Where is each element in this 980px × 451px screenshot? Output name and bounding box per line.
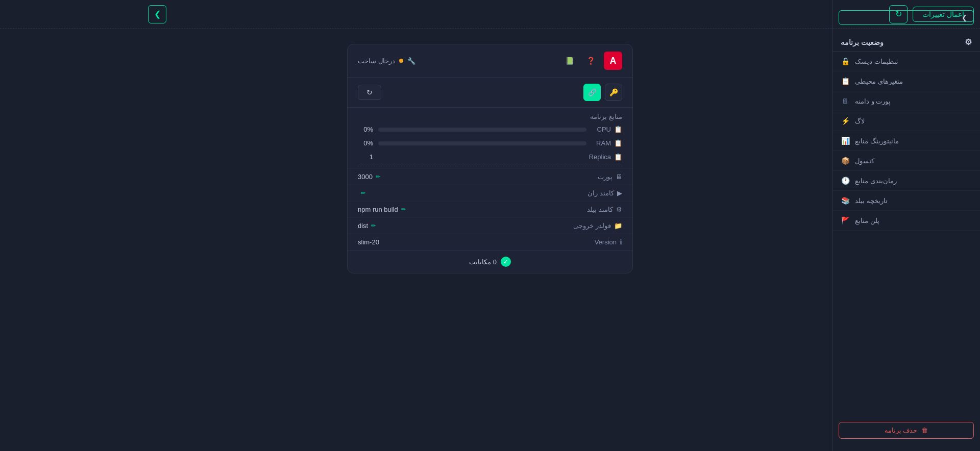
port-value-container: ✏ 3000: [358, 173, 571, 181]
book-icon[interactable]: 📗: [561, 53, 577, 69]
output-folder-label-text: فولدر خروجی: [573, 222, 611, 230]
divider-1: [358, 166, 622, 166]
sidebar-item-label: پورت و دامنه: [855, 97, 891, 105]
cpu-value: 0%: [358, 126, 373, 133]
refresh-button[interactable]: ↻: [889, 5, 908, 23]
sidebar-item-1[interactable]: متغیرهای محیطی 📋: [832, 71, 980, 91]
build-command-row: ⚙ کامند بیلد ✏ npm run build: [348, 201, 632, 217]
ram-copy-icon[interactable]: 📋: [614, 139, 622, 147]
arrow-right-button[interactable]: ❯: [148, 5, 166, 23]
cpu-label: 📋 CPU: [592, 126, 622, 133]
status-text: درحال ساخت: [358, 57, 395, 65]
version-row: ℹ Version 20-slim: [348, 234, 632, 250]
app-status: 🔧 درحال ساخت: [358, 57, 415, 65]
arrow-icon: ❯: [154, 9, 161, 19]
sidebar-item-icon: 🚩: [841, 216, 850, 225]
key-icon: 🔑: [609, 88, 618, 96]
sidebar-item-icon: 📊: [841, 136, 850, 145]
sidebar-item-label: متغیرهای محیطی: [855, 78, 903, 85]
sidebar-item-label: پلن منابع: [855, 217, 879, 224]
sidebar-item-icon: 📦: [841, 156, 850, 165]
sidebar-item-label: تاریخچه بیلد: [855, 197, 888, 205]
wrench-icon: 🔧: [407, 57, 415, 65]
output-folder-label: 📁 فولدر خروجی: [573, 222, 622, 230]
sidebar-item-6[interactable]: زمان‌بندی منابع 🕐: [832, 171, 980, 191]
cpu-row: 📋 CPU 0%: [348, 122, 632, 136]
question-icon[interactable]: ❓: [582, 53, 599, 69]
cpu-label-text: CPU: [597, 126, 611, 133]
build-command-value-container: ✏ npm run build: [358, 206, 571, 213]
sidebar-item-3[interactable]: لاگ ⚡: [832, 111, 980, 131]
delete-label: حذف برنامه: [885, 427, 918, 434]
output-folder-row: 📁 فولدر خروجی ✏ dist: [348, 217, 632, 234]
sidebar-item-2[interactable]: پورت و دامنه 🖥: [832, 91, 980, 111]
apply-changes-button[interactable]: اعمال تغییرات: [913, 7, 974, 22]
link-button[interactable]: 🔗: [583, 84, 601, 101]
port-label-text: پورت: [598, 173, 612, 181]
run-edit-icon[interactable]: ✏: [361, 190, 365, 196]
status-dot: [399, 59, 403, 63]
sidebar-item-8[interactable]: پلن منابع 🚩: [832, 211, 980, 231]
section-title-text: وضعیت برنامه: [841, 38, 884, 46]
delete-app-button[interactable]: 🗑 حذف برنامه: [839, 422, 974, 439]
port-icon: 🖥: [616, 173, 622, 181]
sidebar-bottom: 🗑 حذف برنامه: [832, 416, 980, 445]
folder-edit-icon[interactable]: ✏: [371, 222, 376, 229]
cpu-copy-icon[interactable]: 📋: [614, 126, 622, 133]
port-edit-icon[interactable]: ✏: [376, 173, 380, 180]
sidebar-item-7[interactable]: تاریخچه بیلد 📚: [832, 191, 980, 211]
run-command-value-container: ✏: [358, 190, 571, 196]
run-command-label: ▶ کامند ران: [576, 189, 622, 197]
delete-icon: 🗑: [921, 427, 928, 434]
right-sidebar: ❯ ⚙ وضعیت برنامه تنظیمات دیسک 🔒 متغیرهای…: [832, 0, 980, 451]
resources-header: منابع برنامه: [348, 108, 632, 122]
reload-button[interactable]: ↻: [358, 85, 381, 100]
ram-label: 📋 RAM: [592, 139, 622, 147]
output-folder-value-container: ✏ dist: [358, 222, 568, 230]
run-command-row: ▶ کامند ران ✏: [348, 185, 632, 201]
port-value: 3000: [358, 173, 373, 181]
ram-value: 0%: [358, 139, 373, 147]
sidebar-item-icon: 📋: [841, 77, 850, 86]
run-command-label-text: کامند ران: [587, 189, 614, 197]
top-toolbar: اعمال تغییرات ↻ ❯: [0, 0, 980, 29]
version-label: ℹ Version: [576, 238, 622, 246]
ram-label-text: RAM: [596, 139, 611, 147]
settings-icon[interactable]: ⚙: [965, 37, 972, 47]
bottom-text: 0 مکابایت: [469, 258, 497, 266]
build-command-label: ⚙ کامند بیلد: [576, 206, 622, 213]
sidebar-item-4[interactable]: مانیتورینگ منابع 📊: [832, 131, 980, 151]
sidebar-item-0[interactable]: تنظیمات دیسک 🔒: [832, 52, 980, 71]
main-area: A ❓ 📗 🔧 درحال ساخت 🔑 🔗 ↻: [148, 29, 832, 451]
replica-label-text: Replica: [589, 153, 611, 161]
key-button[interactable]: 🔑: [605, 84, 622, 101]
sidebar-item-label: زمان‌بندی منابع: [855, 177, 897, 185]
output-folder-value: dist: [358, 222, 368, 230]
app-card-header: A ❓ 📗 🔧 درحال ساخت: [348, 44, 632, 78]
sidebar-item-label: کنسول: [855, 157, 874, 165]
link-icon: 🔗: [588, 88, 597, 96]
sidebar-item-label: لاگ: [855, 117, 865, 125]
sidebar-item-5[interactable]: کنسول 📦: [832, 151, 980, 171]
sidebar-item-label: مانیتورینگ منابع: [855, 137, 899, 145]
sidebar-item-icon: 📚: [841, 196, 850, 205]
sidebar-item-icon: 🖥: [841, 96, 850, 106]
run-icon: ▶: [617, 189, 622, 197]
replica-row: 📋 Replica 1: [348, 150, 632, 164]
action-icons: 🔑 🔗: [583, 84, 622, 101]
sidebar-item-icon: ⚡: [841, 116, 850, 126]
build-edit-icon[interactable]: ✏: [401, 206, 406, 213]
sidebar-item-icon: 🔒: [841, 57, 850, 66]
build-command-label-text: کامند بیلد: [587, 206, 613, 213]
card-bottom: ✓ 0 مکابایت: [348, 250, 632, 273]
ram-row: 📋 RAM 0%: [348, 136, 632, 150]
version-value: 20-slim: [358, 238, 571, 246]
sidebar-items: تنظیمات دیسک 🔒 متغیرهای محیطی 📋 پورت و د…: [832, 52, 980, 231]
ram-bar: [378, 141, 586, 145]
port-row: 🖥 پورت ✏ 3000: [348, 168, 632, 185]
info-icon[interactable]: ℹ: [620, 238, 622, 246]
card-actions: 🔑 🔗 ↻: [348, 78, 632, 108]
replica-copy-icon[interactable]: 📋: [614, 153, 622, 161]
sidebar-item-icon: 🕐: [841, 176, 850, 185]
reload-icon: ↻: [366, 88, 373, 96]
